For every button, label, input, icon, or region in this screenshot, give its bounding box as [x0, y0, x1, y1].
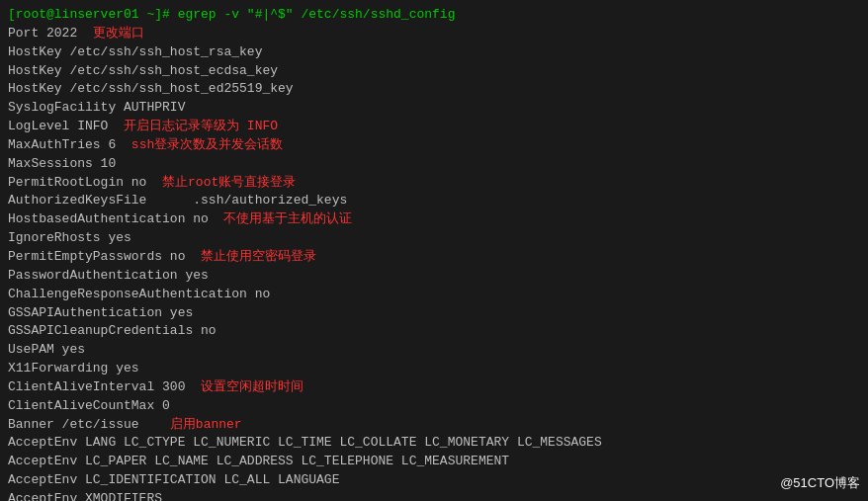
- terminal-line-acceptenv4: AcceptEnv XMODIFIERS: [8, 490, 860, 501]
- terminal-line-permitroot: PermitRootLogin no 禁止root账号直接登录: [8, 174, 860, 193]
- terminal-line-clientalivemax: ClientAliveCountMax 0: [8, 397, 860, 416]
- terminal-line-challenge: ChallengeResponseAuthentication no: [8, 286, 860, 304]
- terminal-line-hostkey2: HostKey /etc/ssh/ssh_host_ecdsa_key: [8, 62, 860, 81]
- terminal-line-loglevel: LogLevel INFO 开启日志记录等级为 INFO: [8, 118, 860, 136]
- terminal-line-x11: X11Forwarding yes: [8, 360, 860, 378]
- terminal-line-gssapi: GSSAPIAuthentication yes: [8, 304, 860, 323]
- watermark: @51CTO博客: [780, 474, 860, 493]
- terminal-line-hostkey1: HostKey /etc/ssh/ssh_host_rsa_key: [8, 43, 860, 62]
- terminal-line-clientalive: ClientAliveInterval 300 设置空闲超时时间: [8, 378, 860, 397]
- terminal-line-banner: Banner /etc/issue 启用banner: [8, 416, 860, 435]
- terminal-line-hostkey3: HostKey /etc/ssh/ssh_host_ed25519_key: [8, 80, 860, 99]
- terminal-line-ignorerhosts: IgnoreRhosts yes: [8, 229, 860, 248]
- terminal-window: [root@linserver01 ~]# egrep -v "#|^$" /e…: [0, 0, 868, 501]
- terminal-line-cmd: [root@linserver01 ~]# egrep -v "#|^$" /e…: [8, 6, 860, 25]
- terminal-line-acceptenv1: AcceptEnv LANG LC_CTYPE LC_NUMERIC LC_TI…: [8, 434, 860, 453]
- terminal-line-acceptenv2: AcceptEnv LC_PAPER LC_NAME LC_ADDRESS LC…: [8, 453, 860, 471]
- terminal-line-maxauth: MaxAuthTries 6 ssh登录次数及并发会话数: [8, 136, 860, 155]
- terminal-line-permitempty: PermitEmptyPasswords no 禁止使用空密码登录: [8, 248, 860, 267]
- terminal-line-passwordauth: PasswordAuthentication yes: [8, 267, 860, 286]
- terminal-line-usepam: UsePAM yes: [8, 341, 860, 360]
- terminal-line-hostbased: HostbasedAuthentication no 不使用基于主机的认证: [8, 210, 860, 229]
- terminal-line-gssapicleanup: GSSAPICleanupCredentials no: [8, 322, 860, 341]
- terminal-line-syslog: SyslogFacility AUTHPRIV: [8, 99, 860, 118]
- terminal-line-maxsessions: MaxSessions 10: [8, 155, 860, 174]
- terminal-line-port: Port 2022 更改端口: [8, 25, 860, 43]
- terminal-line-authkeys: AuthorizedKeysFile .ssh/authorized_keys: [8, 192, 860, 210]
- terminal-line-acceptenv3: AcceptEnv LC_IDENTIFICATION LC_ALL LANGU…: [8, 471, 860, 490]
